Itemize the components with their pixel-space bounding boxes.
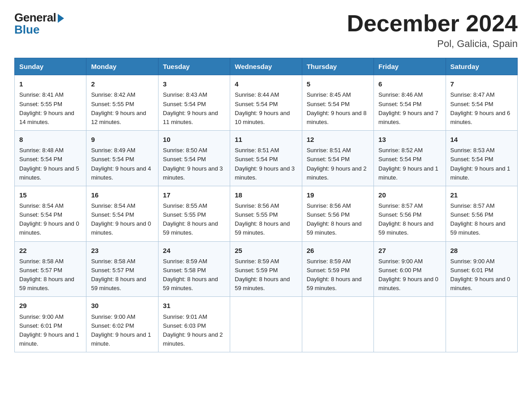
- sunrise-text: Sunrise: 8:55 AM: [163, 202, 207, 209]
- daylight-text: Daylight: 9 hours and 3 minutes.: [163, 165, 223, 181]
- sunrise-text: Sunrise: 9:00 AM: [450, 258, 495, 265]
- calendar-cell: 27Sunrise: 9:00 AMSunset: 6:00 PMDayligh…: [374, 241, 446, 297]
- daylight-text: Daylight: 9 hours and 6 minutes.: [450, 110, 511, 125]
- calendar-cell: 15Sunrise: 8:54 AMSunset: 5:54 PMDayligh…: [15, 186, 86, 241]
- sunset-text: Sunset: 5:54 PM: [91, 211, 134, 218]
- sunset-text: Sunset: 5:54 PM: [91, 156, 134, 163]
- sunrise-text: Sunrise: 9:00 AM: [378, 258, 423, 265]
- day-number: 9: [91, 134, 153, 145]
- calendar-week-row: 15Sunrise: 8:54 AMSunset: 5:54 PMDayligh…: [15, 186, 518, 241]
- sunset-text: Sunset: 5:54 PM: [163, 101, 206, 107]
- calendar-cell: 26Sunrise: 8:59 AMSunset: 5:59 PMDayligh…: [302, 241, 373, 297]
- daylight-text: Daylight: 9 hours and 5 minutes.: [19, 165, 79, 181]
- day-number: 6: [378, 79, 441, 89]
- sunset-text: Sunset: 5:54 PM: [307, 156, 350, 163]
- daylight-text: Daylight: 9 hours and 2 minutes.: [163, 331, 223, 347]
- day-number: 14: [450, 134, 513, 145]
- calendar-cell: 2Sunrise: 8:42 AMSunset: 5:55 PMDaylight…: [86, 75, 158, 131]
- sunrise-text: Sunrise: 8:59 AM: [307, 258, 351, 265]
- calendar-cell: 18Sunrise: 8:56 AMSunset: 5:55 PMDayligh…: [230, 186, 302, 241]
- day-number: 5: [307, 79, 369, 89]
- sunset-text: Sunset: 5:54 PM: [19, 156, 62, 163]
- day-number: 7: [450, 79, 513, 89]
- daylight-text: Daylight: 8 hours and 59 minutes.: [235, 220, 290, 236]
- daylight-text: Daylight: 9 hours and 7 minutes.: [378, 110, 438, 125]
- day-number: 12: [307, 134, 369, 145]
- sunrise-text: Sunrise: 8:54 AM: [19, 202, 64, 209]
- sunrise-text: Sunrise: 8:43 AM: [163, 91, 207, 98]
- sunrise-text: Sunrise: 8:49 AM: [91, 147, 135, 154]
- day-number: 27: [378, 245, 441, 256]
- daylight-text: Daylight: 9 hours and 12 minutes.: [91, 110, 146, 125]
- sunrise-text: Sunrise: 8:41 AM: [19, 91, 64, 98]
- sunrise-text: Sunrise: 9:01 AM: [163, 313, 207, 320]
- day-number: 4: [235, 79, 297, 89]
- page-header: General Blue December 2024 Pol, Galicia,…: [14, 11, 518, 50]
- sunset-text: Sunset: 5:58 PM: [163, 267, 206, 274]
- day-number: 26: [307, 245, 369, 256]
- calendar-cell: 3Sunrise: 8:43 AMSunset: 5:54 PMDaylight…: [158, 75, 230, 131]
- sunset-text: Sunset: 5:54 PM: [307, 101, 350, 107]
- day-number: 18: [235, 190, 297, 200]
- day-number: 15: [19, 190, 82, 200]
- sunset-text: Sunset: 5:59 PM: [235, 267, 278, 274]
- calendar-cell: [302, 297, 373, 352]
- day-number: 28: [450, 245, 513, 256]
- daylight-text: Daylight: 8 hours and 59 minutes.: [91, 276, 146, 291]
- sunset-text: Sunset: 5:54 PM: [378, 156, 421, 163]
- calendar-cell: 25Sunrise: 8:59 AMSunset: 5:59 PMDayligh…: [230, 241, 302, 297]
- day-number: 19: [307, 190, 369, 200]
- calendar-cell: 12Sunrise: 8:51 AMSunset: 5:54 PMDayligh…: [302, 131, 373, 186]
- calendar-cell: 28Sunrise: 9:00 AMSunset: 6:01 PMDayligh…: [446, 241, 517, 297]
- daylight-text: Daylight: 8 hours and 59 minutes.: [307, 220, 362, 236]
- day-number: 23: [91, 245, 153, 256]
- sunset-text: Sunset: 5:54 PM: [450, 101, 493, 107]
- calendar-week-row: 8Sunrise: 8:48 AMSunset: 5:54 PMDaylight…: [15, 131, 518, 186]
- sunrise-text: Sunrise: 8:58 AM: [91, 258, 135, 265]
- sunrise-text: Sunrise: 8:53 AM: [450, 147, 495, 154]
- sunset-text: Sunset: 5:54 PM: [450, 156, 493, 163]
- sunrise-text: Sunrise: 8:56 AM: [307, 202, 351, 209]
- sunrise-text: Sunrise: 8:44 AM: [235, 91, 279, 98]
- calendar-header-saturday: Saturday: [446, 58, 517, 75]
- calendar-cell: 20Sunrise: 8:57 AMSunset: 5:56 PMDayligh…: [374, 186, 446, 241]
- daylight-text: Daylight: 8 hours and 59 minutes.: [378, 220, 433, 236]
- daylight-text: Daylight: 9 hours and 8 minutes.: [307, 110, 367, 125]
- day-number: 24: [163, 245, 225, 256]
- daylight-text: Daylight: 9 hours and 0 minutes.: [19, 220, 79, 236]
- daylight-text: Daylight: 9 hours and 1 minute.: [91, 331, 151, 347]
- sunrise-text: Sunrise: 8:42 AM: [91, 91, 135, 98]
- logo-blue-text: Blue: [14, 23, 39, 37]
- sunrise-text: Sunrise: 8:45 AM: [307, 91, 351, 98]
- sunset-text: Sunset: 6:01 PM: [19, 322, 62, 329]
- calendar-cell: [374, 297, 446, 352]
- calendar-cell: 1Sunrise: 8:41 AMSunset: 5:55 PMDaylight…: [15, 75, 86, 131]
- sunrise-text: Sunrise: 8:58 AM: [19, 258, 64, 265]
- day-number: 20: [378, 190, 441, 200]
- calendar-cell: 22Sunrise: 8:58 AMSunset: 5:57 PMDayligh…: [15, 241, 86, 297]
- sunset-text: Sunset: 5:55 PM: [163, 211, 206, 218]
- sunset-text: Sunset: 5:55 PM: [91, 101, 134, 107]
- calendar-cell: 5Sunrise: 8:45 AMSunset: 5:54 PMDaylight…: [302, 75, 373, 131]
- title-area: December 2024 Pol, Galicia, Spain: [347, 11, 518, 50]
- calendar-week-row: 22Sunrise: 8:58 AMSunset: 5:57 PMDayligh…: [15, 241, 518, 297]
- day-number: 16: [91, 190, 153, 200]
- daylight-text: Daylight: 8 hours and 59 minutes.: [235, 276, 290, 291]
- daylight-text: Daylight: 9 hours and 4 minutes.: [91, 165, 151, 181]
- sunrise-text: Sunrise: 9:00 AM: [19, 313, 64, 320]
- calendar-cell: 11Sunrise: 8:51 AMSunset: 5:54 PMDayligh…: [230, 131, 302, 186]
- daylight-text: Daylight: 9 hours and 0 minutes.: [91, 220, 151, 236]
- calendar-header-row: SundayMondayTuesdayWednesdayThursdayFrid…: [15, 58, 518, 75]
- calendar-cell: 17Sunrise: 8:55 AMSunset: 5:55 PMDayligh…: [158, 186, 230, 241]
- day-number: 25: [235, 245, 297, 256]
- calendar-cell: 24Sunrise: 8:59 AMSunset: 5:58 PMDayligh…: [158, 241, 230, 297]
- day-number: 2: [91, 79, 153, 89]
- daylight-text: Daylight: 9 hours and 3 minutes.: [235, 165, 295, 181]
- daylight-text: Daylight: 8 hours and 59 minutes.: [163, 276, 218, 291]
- calendar-cell: 16Sunrise: 8:54 AMSunset: 5:54 PMDayligh…: [86, 186, 158, 241]
- sunset-text: Sunset: 5:56 PM: [450, 211, 493, 218]
- calendar-cell: [446, 297, 517, 352]
- calendar-week-row: 29Sunrise: 9:00 AMSunset: 6:01 PMDayligh…: [15, 297, 518, 352]
- logo: General Blue: [14, 11, 64, 37]
- day-number: 21: [450, 190, 513, 200]
